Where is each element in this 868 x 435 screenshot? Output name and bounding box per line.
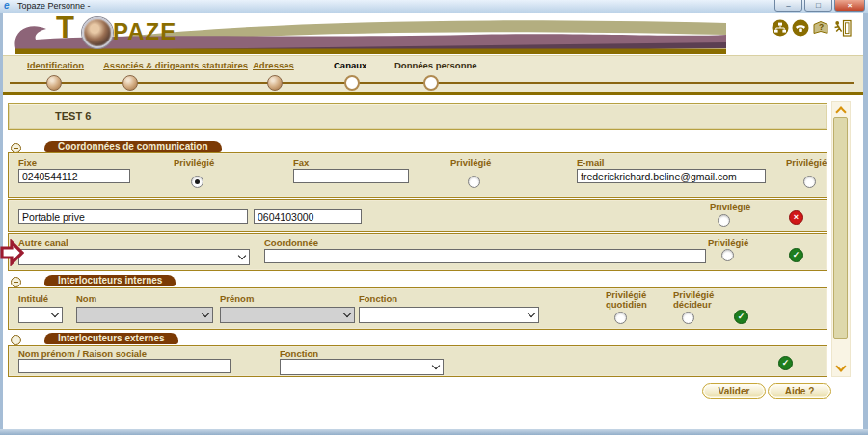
step-circle-identification [46, 75, 62, 91]
chevron-down-icon [343, 310, 351, 317]
step-circle-adresses [267, 75, 283, 91]
email-label: E-mail [577, 157, 605, 168]
privilegie-quotidien-radio[interactable] [614, 312, 627, 324]
record-title-bar: TEST 6 [8, 103, 827, 130]
valid-row-icon-internes[interactable]: ✓ [734, 310, 748, 324]
nom-label: Nom [76, 293, 96, 304]
section-tab-communication: Coordonnées de communication [44, 141, 222, 152]
coordonnee-label: Coordonnée [264, 237, 318, 248]
privilegie-fixe-radio[interactable] [191, 176, 203, 188]
autre-canal-label: Autre canal [18, 237, 68, 248]
privilegie-email-label: Privilégié [786, 157, 827, 168]
raison-sociale-input[interactable] [18, 359, 231, 373]
browser-icon: e [4, 0, 14, 11]
close-button[interactable]: × [834, 0, 865, 12]
minimize-button[interactable]: – [774, 0, 802, 12]
nav-underline [3, 92, 863, 95]
valid-row-icon-communication[interactable]: ✓ [789, 248, 803, 262]
step-circle-donnees [423, 75, 439, 91]
privilegie-decideur-radio[interactable] [682, 312, 694, 324]
step-adresses[interactable]: Adresses [253, 60, 294, 70]
autre-canal-select[interactable] [18, 249, 250, 265]
app-banner: T PAZE ? [3, 13, 863, 55]
chevron-down-icon [432, 362, 440, 369]
maximize-icon: □ [805, 1, 831, 11]
collapse-icon-internes[interactable] [11, 277, 21, 287]
privilegie-email-radio[interactable] [803, 176, 816, 188]
exit-door-icon[interactable] [832, 19, 852, 37]
privilegie-autre-label: Privilégié [708, 237, 748, 248]
svg-text:?: ? [819, 22, 824, 32]
maximize-button[interactable]: □ [804, 0, 832, 12]
panel-communication-row1: Fixe Privilégié Fax Privilégié E-mail Pr… [8, 152, 827, 198]
window-frame-bottom [0, 429, 868, 435]
page-scrollbar[interactable] [831, 101, 851, 377]
panel-externes: Nom prénom / Raison sociale Fonction ✓ [8, 345, 827, 377]
delete-row-icon[interactable]: × [789, 210, 803, 225]
minimize-icon: – [775, 1, 801, 11]
window-title: Topaze Personne - [17, 1, 91, 11]
chevron-down-icon [202, 310, 209, 317]
fixe-input[interactable] [18, 169, 130, 183]
step-donnees-personne[interactable]: Données personne [394, 60, 477, 70]
valid-row-icon-externes[interactable]: ✓ [778, 356, 793, 370]
fonction-externe-label: Fonction [280, 348, 318, 359]
raison-sociale-label: Nom prénom / Raison sociale [18, 348, 147, 359]
fax-label: Fax [293, 157, 309, 168]
valider-button[interactable]: Valider [702, 383, 766, 399]
nom-select[interactable] [76, 307, 213, 323]
topaze-logo-t: T [56, 11, 73, 45]
window-titlebar: e Topaze Personne - – □ × [0, 0, 868, 14]
panel-internes: Intitulé Nom Prénom Fonction Privilégié … [8, 287, 827, 330]
step-identification[interactable]: Identification [27, 60, 84, 70]
help-book-icon[interactable]: ? [812, 19, 829, 37]
intitule-label: Intitulé [18, 293, 48, 304]
fonction-externe-select[interactable] [280, 359, 444, 375]
privilegie-autre-radio[interactable] [721, 249, 734, 261]
privilegie-portable-radio[interactable] [718, 214, 730, 227]
coordonnee-input[interactable] [264, 249, 706, 263]
privilegie-fixe-label: Privilégié [174, 157, 214, 168]
panel-communication-row3: Autre canal Coordonnée Privilégié ✓ [8, 233, 827, 271]
chevron-down-icon [51, 310, 59, 317]
collapse-icon-externes[interactable] [11, 335, 21, 345]
privilegie-fax-radio[interactable] [468, 176, 480, 188]
privilegie-quotidien-label: Privilégié quotidien [606, 290, 658, 311]
step-canaux[interactable]: Canaux [334, 60, 366, 70]
step-circle-canaux [344, 75, 360, 91]
fonction-interne-label: Fonction [359, 293, 397, 304]
chevron-down-icon [238, 252, 246, 259]
scrollbar-thumb[interactable] [833, 117, 848, 339]
email-input[interactable] [577, 169, 766, 183]
prenom-label: Prénom [220, 293, 254, 304]
org-chart-icon[interactable] [772, 19, 789, 37]
chevron-down-icon [528, 310, 535, 317]
prenom-select[interactable] [220, 307, 355, 323]
portable-type-input[interactable] [18, 209, 248, 224]
fixe-label: Fixe [18, 157, 37, 168]
scroll-up-icon[interactable] [835, 106, 846, 117]
privilegie-decideur-label: Privilégié décideur [673, 290, 725, 311]
section-tab-internes: Interlocuteurs internes [44, 275, 176, 286]
fonction-interne-select[interactable] [359, 307, 539, 323]
step-associes-dirigeants[interactable]: Associés & dirigeants statutaires [103, 60, 248, 70]
close-icon: × [835, 1, 864, 11]
application-window: e Topaze Personne - – □ × T PAZE [0, 0, 868, 435]
pointer-arrow-marker [0, 239, 24, 266]
record-title: TEST 6 [55, 110, 91, 122]
scroll-down-icon[interactable] [835, 361, 846, 371]
panel-communication-row2: Privilégié × [8, 199, 827, 232]
step-circle-associes [122, 75, 138, 91]
intitule-select[interactable] [18, 307, 63, 323]
section-tab-externes: Interlocuteurs externes [44, 333, 178, 344]
privilegie-fax-label: Privilégié [450, 157, 491, 168]
fax-input[interactable] [293, 169, 409, 183]
aide-button[interactable]: Aide ? [768, 383, 831, 399]
portable-number-input[interactable] [254, 209, 362, 224]
wizard-nav: Identification Associés & dirigeants sta… [3, 55, 863, 93]
topaze-logo-paze: PAZE [113, 18, 176, 45]
topaze-logo-photo [82, 17, 113, 48]
phone-icon[interactable] [792, 19, 809, 37]
window-frame-right [863, 13, 868, 429]
privilegie-portable-label: Privilégié [710, 202, 750, 212]
